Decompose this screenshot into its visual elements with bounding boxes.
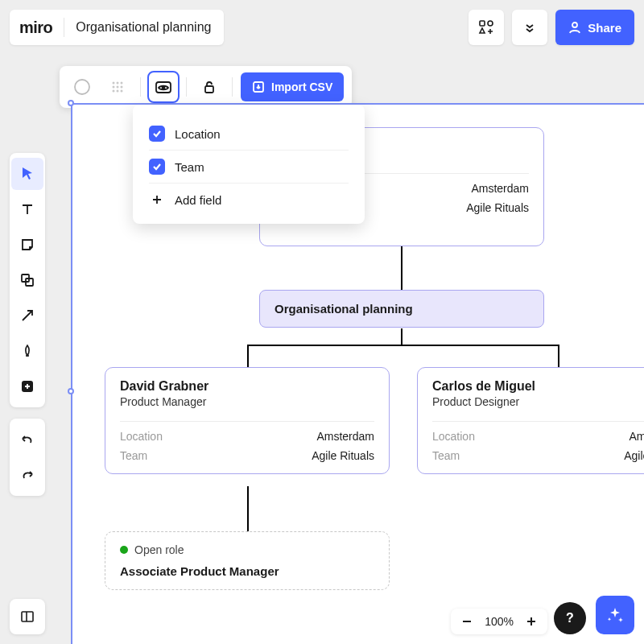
share-button[interactable]: Share [555, 10, 634, 45]
connector [247, 486, 249, 531]
svg-rect-20 [205, 86, 213, 93]
field-value: Agile Rituals [466, 201, 529, 214]
field-value: Amsterdam [316, 430, 374, 443]
grid-dots-icon [109, 78, 126, 96]
chevrons-icon [523, 21, 536, 34]
open-role-title: Associate Product Manager [120, 564, 374, 578]
line-tool[interactable] [11, 299, 43, 332]
lock-icon [201, 79, 217, 95]
svg-point-19 [163, 87, 165, 89]
open-role-badge: Open role [120, 543, 374, 556]
person-name: David Grabner [120, 379, 374, 394]
redo-button[interactable] [11, 459, 43, 491]
svg-point-12 [113, 86, 115, 89]
help-button[interactable]: ? [554, 602, 586, 634]
apps-button[interactable] [469, 10, 504, 45]
person-icon [568, 21, 581, 34]
sparkle-icon [605, 605, 625, 625]
connector [558, 345, 559, 367]
field-option[interactable]: Team [149, 151, 349, 184]
minus-icon [460, 615, 473, 628]
separator [64, 18, 64, 37]
field-option-label: Location [175, 127, 221, 141]
org-card[interactable]: Carlos de Miguel Product Designer Locati… [417, 367, 644, 474]
cursor-tool[interactable] [11, 158, 43, 190]
selection-handle[interactable] [68, 100, 74, 106]
import-label: Import CSV [271, 80, 332, 93]
doc-pill[interactable]: miro Organisational planning [10, 10, 224, 45]
person-role: Product Manager [120, 395, 374, 408]
checkbox-checked-icon[interactable] [149, 126, 165, 142]
checkbox-checked-icon[interactable] [149, 159, 165, 175]
person-name: Carlos de Miguel [432, 379, 644, 394]
field-label: Location [120, 430, 163, 443]
svg-point-9 [113, 82, 115, 85]
plus-icon [525, 615, 538, 628]
pattern-tool[interactable] [103, 72, 132, 101]
field-label: Team [432, 449, 460, 462]
svg-point-15 [113, 90, 115, 93]
field-value: Amsterdam [471, 182, 529, 195]
import-icon [252, 80, 265, 93]
svg-point-17 [121, 90, 123, 93]
fields-dropdown: Location Team Add field [133, 105, 365, 224]
cursor-icon [19, 166, 35, 182]
add-field-label: Add field [175, 193, 221, 207]
svg-point-16 [117, 90, 119, 93]
org-open-role[interactable]: Open role Associate Product Manager [105, 531, 390, 590]
connector [401, 246, 402, 290]
open-role-text: Open role [134, 543, 184, 556]
svg-point-10 [117, 82, 119, 85]
more-tool[interactable] [11, 370, 43, 402]
apps-icon [478, 19, 494, 35]
color-tool[interactable] [68, 72, 97, 101]
org-card[interactable]: David Grabner Product Manager LocationAm… [105, 367, 390, 474]
pen-icon [19, 343, 35, 359]
connector [401, 328, 402, 345]
svg-point-11 [121, 82, 123, 85]
svg-point-3 [572, 23, 577, 27]
doc-title[interactable]: Organisational planning [76, 20, 211, 35]
pen-tool[interactable] [11, 335, 43, 367]
text-icon [19, 201, 35, 217]
text-tool[interactable] [11, 193, 43, 225]
sticky-tool[interactable] [11, 229, 43, 261]
help-icon: ? [566, 611, 574, 625]
field-value: Agile Rituals [312, 449, 374, 462]
org-group-title[interactable]: Organisational planning [259, 290, 544, 328]
lock-tool[interactable] [195, 72, 224, 101]
add-field-button[interactable]: Add field [149, 184, 349, 216]
zoom-in-button[interactable] [525, 615, 538, 628]
miro-logo[interactable]: miro [19, 19, 52, 37]
field-value: Agile Rituals [624, 449, 644, 462]
svg-rect-7 [22, 612, 33, 621]
field-option[interactable]: Location [149, 118, 349, 151]
field-label: Team [120, 449, 147, 462]
field-option-label: Team [175, 160, 204, 174]
svg-point-8 [75, 80, 89, 94]
zoom-level[interactable]: 100% [485, 615, 514, 628]
undo-button[interactable] [11, 423, 43, 456]
ai-button[interactable] [596, 596, 634, 634]
svg-point-14 [121, 86, 123, 89]
share-label: Share [588, 21, 621, 35]
shape-tool[interactable] [11, 264, 43, 296]
panel-icon [19, 609, 35, 625]
divider [120, 421, 374, 422]
shape-icon [19, 272, 35, 288]
field-value: Amsterdam [629, 430, 644, 443]
visibility-tool[interactable] [149, 72, 178, 101]
arrow-icon [19, 308, 35, 324]
panel-button[interactable] [10, 599, 45, 634]
circle-icon [73, 78, 91, 96]
divider [432, 421, 644, 422]
import-csv-button[interactable]: Import CSV [241, 72, 344, 101]
group-title-text: Organisational planning [275, 302, 413, 316]
selection-handle[interactable] [68, 388, 74, 394]
zoom-out-button[interactable] [460, 615, 473, 628]
history-toolbar [10, 419, 45, 496]
status-dot-icon [120, 546, 128, 554]
eye-icon [154, 77, 173, 97]
connector [247, 345, 249, 367]
presentation-button[interactable] [512, 10, 547, 45]
